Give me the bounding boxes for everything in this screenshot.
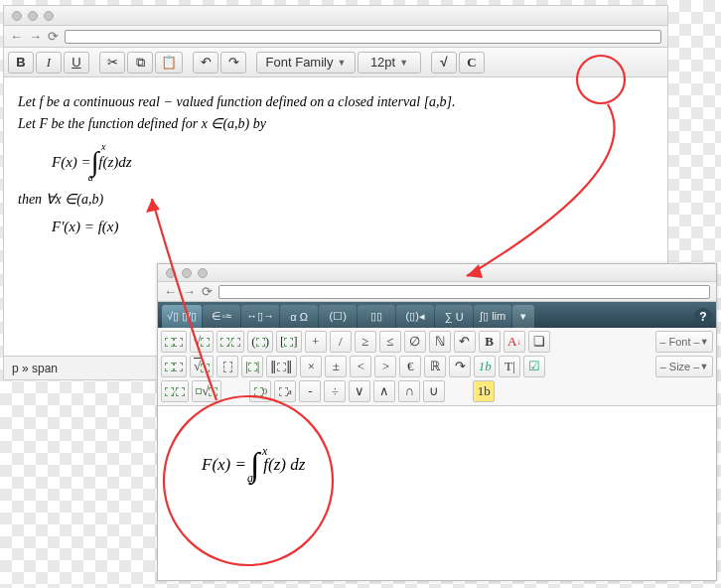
font-color-button[interactable]: A↓ — [504, 331, 525, 353]
editor-toolbar: B I U ✂ ⧉ 📋 ↶ ↷ Font Family▼ 12pt▼ √ C — [4, 48, 667, 77]
back-icon[interactable]: ← — [10, 29, 23, 44]
template-subscript-a[interactable]: a — [274, 380, 296, 402]
chevron-down-icon: ▼ — [399, 58, 408, 68]
window-close-icon[interactable] — [12, 11, 22, 21]
window-close-icon[interactable] — [166, 268, 176, 278]
sym-reals[interactable]: ℝ — [424, 356, 446, 377]
math-tabs: √▯ ▯/▯ ∈◦≈ ↔▯→ α Ω (☐) ▯▯ (▯)◂ ∑ U ∫▯ li… — [158, 302, 716, 328]
template-vert-frac[interactable] — [216, 356, 238, 377]
template-bracket[interactable]: [] — [276, 331, 302, 353]
chevron-down-icon: ▼ — [337, 58, 346, 68]
sym-naturals[interactable]: ℕ — [429, 331, 451, 353]
template-paren[interactable]: () — [247, 331, 273, 353]
font-size-label: 12pt — [370, 55, 395, 70]
tab-greek[interactable]: α Ω — [280, 305, 318, 328]
paste-button[interactable]: 📋 — [155, 52, 183, 74]
op-leq[interactable]: ≤ — [379, 331, 401, 353]
op-pm[interactable]: ± — [325, 356, 347, 377]
template-nroot[interactable]: √ — [192, 380, 221, 402]
layout-button-1[interactable]: ❏ — [528, 331, 550, 353]
forward-icon[interactable]: → — [183, 284, 196, 299]
content-equation-1: F(x) = ∫xa f(z)dz — [52, 140, 653, 185]
help-button[interactable]: ? — [694, 308, 712, 326]
template-norm[interactable]: ‖‖ — [266, 356, 297, 377]
layout-button-2[interactable]: ☑ — [523, 356, 545, 377]
tab-bigparens[interactable]: (▯)◂ — [396, 305, 434, 328]
op-minus[interactable]: - — [299, 380, 321, 402]
underline-button[interactable]: U — [64, 52, 89, 74]
template-sqrt[interactable]: √ — [190, 331, 214, 353]
font-select[interactable]: – Font – ▼ — [655, 331, 713, 353]
copy-icon: ⧉ — [136, 55, 145, 71]
tab-arrows[interactable]: ↔▯→ — [241, 305, 279, 328]
italic-button[interactable]: 1b — [474, 356, 496, 377]
text-color-button[interactable]: T| — [499, 356, 520, 377]
window-maximize-icon[interactable] — [198, 268, 208, 278]
forward-icon[interactable]: → — [29, 29, 42, 44]
template-abs[interactable]: || — [241, 356, 263, 377]
redo-icon: ↷ — [228, 55, 239, 70]
font-size-select[interactable]: 12pt▼ — [358, 52, 421, 74]
bold-button[interactable]: B — [8, 52, 34, 74]
tab-matrix-2[interactable]: ▯▯ — [358, 305, 395, 328]
op-or[interactable]: ∨ — [349, 380, 370, 402]
content-line-2: Let F be the function defined for x ∈(a,… — [18, 113, 653, 135]
op-div[interactable]: ÷ — [324, 380, 346, 402]
copy-button[interactable]: ⧉ — [127, 52, 153, 74]
tab-sum[interactable]: ∑ U — [435, 305, 473, 328]
redo-button[interactable]: ↷ — [220, 52, 246, 74]
reload-icon[interactable]: ⟳ — [48, 29, 59, 44]
tab-elements[interactable]: ∈◦≈ — [203, 305, 240, 328]
window-minimize-icon[interactable] — [182, 268, 192, 278]
highlight-button[interactable]: 1b — [473, 380, 495, 402]
window-maximize-icon[interactable] — [44, 11, 54, 21]
titlebar — [158, 264, 716, 282]
eq-lhs: F(x) = — [202, 455, 246, 475]
template-frac-2[interactable]: ⁄ — [216, 331, 244, 353]
integral-sign-icon: ∫xa — [250, 446, 259, 484]
template-frac-3[interactable]: ⁄ — [161, 380, 189, 402]
template-sqrt-under[interactable]: √ — [190, 356, 214, 377]
undo-button[interactable]: ↶ — [454, 331, 476, 353]
italic-button[interactable]: I — [36, 52, 62, 74]
op-lt[interactable]: < — [350, 356, 371, 377]
tab-switch[interactable]: ▾ — [512, 305, 534, 328]
op-slash[interactable]: / — [330, 331, 352, 353]
sym-intersect[interactable]: ∩ — [398, 380, 420, 402]
undo-icon: ↶ — [201, 55, 212, 70]
template-subscript[interactable]: 0 — [249, 380, 271, 402]
eq-rhs: f(z) dz — [263, 455, 305, 475]
sym-euro[interactable]: € — [399, 356, 421, 377]
tab-matrix-1[interactable]: (☐) — [319, 305, 357, 328]
tab-lim[interactable]: ∫▯ lim — [474, 305, 511, 328]
browser-navbar: ← → ⟳ — [4, 26, 667, 48]
window-minimize-icon[interactable] — [28, 11, 38, 21]
tab-sqrt-frac[interactable]: √▯ ▯/▯ — [162, 305, 202, 328]
math-canvas[interactable]: F(x) = ∫xa f(z) dz — [158, 406, 716, 523]
editor-content[interactable]: Let f be a continuous real − valued func… — [4, 77, 667, 238]
bold-button[interactable]: B — [479, 331, 501, 353]
sym-union[interactable]: ∪ — [423, 380, 445, 402]
browser-navbar: ← → ⟳ — [158, 282, 716, 302]
op-plus[interactable]: + — [305, 331, 327, 353]
reload-icon[interactable]: ⟳ — [202, 284, 213, 299]
url-bar[interactable] — [218, 285, 710, 299]
sym-emptyset[interactable]: ∅ — [404, 331, 426, 353]
op-and[interactable]: ∧ — [373, 380, 395, 402]
font-family-select[interactable]: Font Family▼ — [256, 52, 356, 74]
cut-button[interactable]: ✂ — [99, 52, 125, 74]
size-select[interactable]: – Size – ▼ — [655, 356, 713, 377]
template-frac[interactable] — [161, 331, 187, 353]
redo-button[interactable]: ↷ — [449, 356, 471, 377]
template-supsub[interactable] — [161, 356, 187, 377]
paste-icon: 📋 — [161, 55, 177, 70]
back-icon[interactable]: ← — [164, 284, 177, 299]
undo-button[interactable]: ↶ — [193, 52, 218, 74]
math-editor-button[interactable]: √ — [431, 52, 457, 74]
statusbar-path: p » span — [12, 362, 58, 375]
op-gt[interactable]: > — [374, 356, 396, 377]
op-times[interactable]: × — [300, 356, 322, 377]
url-bar[interactable] — [65, 30, 661, 44]
op-geq[interactable]: ≥ — [355, 331, 376, 353]
clear-formatting-button[interactable]: C — [459, 52, 485, 74]
